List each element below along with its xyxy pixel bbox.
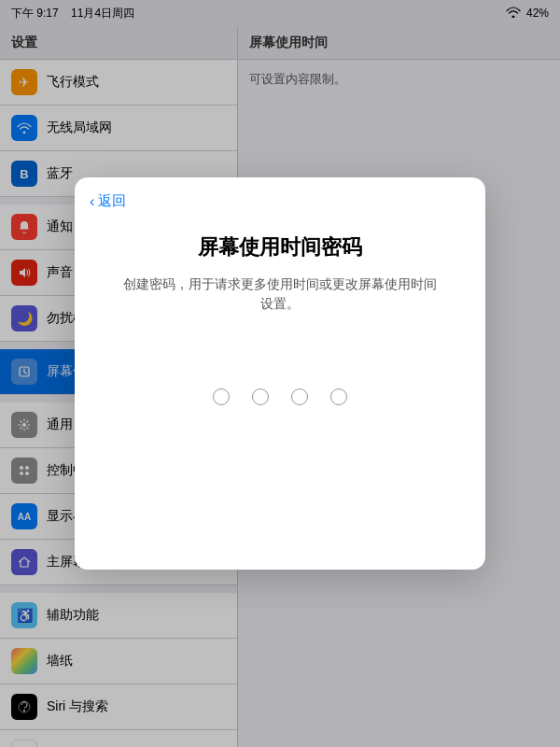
modal-overlay: ‹ 返回 屏幕使用时间密码 创建密码，用于请求更多使用时间或更改屏幕使用时间设置… <box>0 0 560 747</box>
modal-title: 屏幕使用时间密码 <box>198 233 362 261</box>
pin-dot-1 <box>213 388 230 405</box>
pin-dot-4 <box>330 388 347 405</box>
pin-dot-3 <box>291 388 308 405</box>
modal-description: 创建密码，用于请求更多使用时间或更改屏幕使用时间设置。 <box>121 275 439 314</box>
back-label: 返回 <box>98 192 126 210</box>
pin-dot-2 <box>252 388 269 405</box>
pin-dots-container <box>213 388 347 405</box>
modal-body: 屏幕使用时间密码 创建密码，用于请求更多使用时间或更改屏幕使用时间设置。 <box>75 177 485 570</box>
modal-back-button[interactable]: ‹ 返回 <box>90 192 126 210</box>
back-chevron-icon: ‹ <box>90 193 94 210</box>
modal-card: ‹ 返回 屏幕使用时间密码 创建密码，用于请求更多使用时间或更改屏幕使用时间设置… <box>75 177 485 570</box>
